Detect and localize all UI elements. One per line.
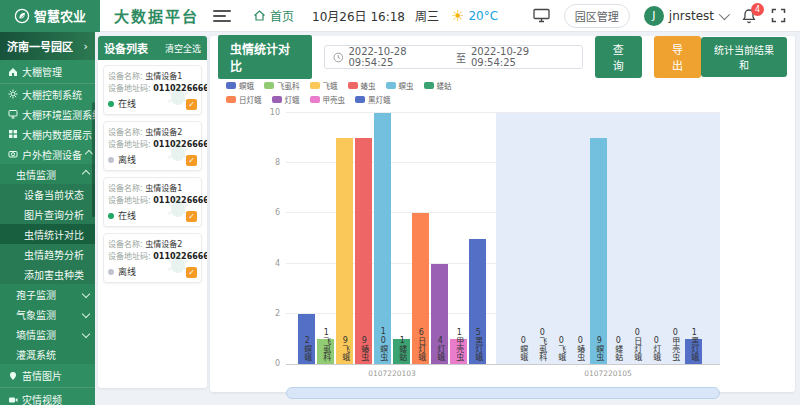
user-menu[interactable]: J jnrstest (644, 6, 727, 26)
park-name: 济南一号园区 (7, 38, 73, 54)
sidebar-item-7[interactable]: 图片查询分析 (0, 204, 95, 224)
bar-value-label: 0螟蛾 (518, 336, 526, 361)
sidebar-item-1[interactable]: 大棚控制系统 (0, 84, 95, 104)
legend-label: 灯蛾 (285, 94, 300, 105)
logo-text: 智慧农业 (34, 6, 86, 25)
legend-item[interactable]: 甲壳虫 (310, 94, 346, 105)
device-name-label: 设备名称: (108, 184, 143, 193)
chevron-down-icon (82, 330, 90, 338)
bar-黑灯蛾[interactable]: 5黑灯蛾 (469, 239, 486, 365)
legend-swatch (310, 96, 320, 103)
status-dot (108, 157, 114, 163)
bar-蝼蛄[interactable]: 1蝼蛄 (393, 339, 410, 364)
sidebar-item-4[interactable]: 户外检测设备 (0, 144, 95, 164)
pin-icon (8, 371, 18, 381)
date-range-input[interactable]: 2022-10-28 09:54:25 至 2022-10-29 09:54:2… (324, 45, 583, 69)
device-card-3[interactable]: 设备名称: 虫情设备2设备地址码: 0110226666离线✓ (103, 233, 202, 283)
sun-icon: ☀ (451, 7, 464, 25)
device-checkbox[interactable]: ✓ (186, 99, 197, 110)
notification-badge: 4 (751, 3, 764, 16)
bar-螟虫[interactable]: 10螟虫 (374, 113, 391, 364)
monitor-icon[interactable] (533, 8, 550, 23)
sidebar-item-label: 气象监测 (16, 307, 56, 322)
device-checkbox[interactable]: ✓ (186, 267, 197, 278)
legend-label: 螟蛾 (239, 80, 254, 91)
sidebar-item-2[interactable]: 大棚环境监测系统 (0, 104, 95, 124)
bar-value-label: 1蝼蛄 (397, 336, 405, 361)
sidebar-item-8[interactable]: 虫情统计对比 (0, 224, 95, 244)
chevron-down-icon (719, 8, 730, 19)
sidebar-item-11[interactable]: 孢子监测 (0, 284, 95, 304)
bar-蝽虫[interactable]: 9蝽虫 (355, 138, 372, 364)
sidebar-item-16[interactable]: 灾情视频 (0, 388, 95, 405)
sidebar-item-label: 虫情监测 (16, 167, 56, 182)
sidebar-item-label: 大棚内数据展示 (22, 127, 92, 142)
legend-item[interactable]: 螟蛾 (226, 80, 254, 91)
app-logo[interactable]: 智慧农业 (0, 0, 100, 32)
device-name-value: 虫情设备2 (145, 240, 182, 249)
home-nav[interactable]: 首页 (253, 7, 294, 24)
legend-item[interactable]: 飞蛾 (310, 80, 338, 91)
fullscreen-button[interactable] (771, 8, 786, 23)
legend-label: 甲壳虫 (323, 94, 346, 105)
legend-label: 黑灯蛾 (368, 94, 391, 105)
legend-item[interactable]: 螟虫 (386, 80, 414, 91)
hamburger-icon[interactable] (213, 10, 231, 22)
legend-item[interactable]: 日灯蛾 (226, 94, 262, 105)
bar-value-label: 2螟蛾 (302, 336, 310, 361)
export-button[interactable]: 导出 (654, 36, 701, 78)
bar-value-label: 4灯蛾 (435, 336, 443, 361)
legend-swatch (226, 82, 236, 89)
bar-飞虱科[interactable]: 1飞虱科 (317, 339, 334, 364)
bar-螟虫[interactable]: 9螟虫 (590, 138, 607, 364)
query-button[interactable]: 查询 (595, 36, 642, 78)
legend-swatch (264, 82, 274, 89)
status-text: 离线 (118, 153, 136, 166)
sidebar-item-13[interactable]: 墒情监测 (0, 324, 95, 344)
device-addr-label: 设备地址码: (108, 84, 151, 93)
sum-current-result-button[interactable]: 统计当前结果和 (701, 37, 787, 77)
device-checkbox[interactable]: ✓ (186, 155, 197, 166)
bar-value-label: 9蝽虫 (359, 336, 367, 361)
bar-灯蛾[interactable]: 4灯蛾 (431, 264, 448, 364)
chevron-right-icon: › (84, 40, 88, 53)
legend-label: 飞虱科 (277, 80, 300, 91)
y-axis-tick-label: 10 (254, 108, 280, 117)
clock-icon (333, 52, 344, 63)
bar-飞蛾[interactable]: 9飞蛾 (336, 138, 353, 364)
sidebar-item-label: 灾情视频 (22, 392, 62, 405)
device-card-1[interactable]: 设备名称: 虫情设备2设备地址码: 0110226666离线✓ (103, 121, 202, 171)
bar-甲壳虫[interactable]: 1甲壳虫 (450, 339, 467, 364)
sidebar-item-10[interactable]: 添加害虫种类 (0, 264, 95, 284)
sidebar-item-15[interactable]: 苗情图片 (0, 364, 95, 388)
notifications-button[interactable]: 4 (741, 8, 757, 24)
park-selector[interactable]: 济南一号园区 › (0, 32, 95, 60)
bar-螟蛾[interactable]: 2螟蛾 (298, 314, 315, 364)
bar-value-label: 1甲壳虫 (454, 328, 462, 361)
legend-item[interactable]: 飞虱科 (264, 80, 300, 91)
legend-item[interactable]: 蝽虫 (348, 80, 376, 91)
sidebar-item-3[interactable]: 大棚内数据展示 (0, 124, 95, 144)
legend-swatch (272, 96, 282, 103)
sidebar-item-14[interactable]: 灌溉系统 (0, 344, 95, 364)
sidebar-item-0[interactable]: 大棚管理 (0, 60, 95, 84)
legend-item[interactable]: 黑灯蛾 (355, 94, 391, 105)
sidebar-scrollbar[interactable] (92, 102, 95, 217)
clear-all-button[interactable]: 清空全选 (165, 42, 201, 55)
bar-value-label: 0飞虱科 (537, 328, 545, 361)
bar-日灯蛾[interactable]: 6日灯蛾 (412, 213, 429, 364)
bar-黑灯蛾[interactable]: 1黑灯蛾 (685, 339, 702, 364)
device-checkbox[interactable]: ✓ (186, 211, 197, 222)
sidebar-item-12[interactable]: 气象监测 (0, 304, 95, 324)
sidebar-item-5[interactable]: 虫情监测 (0, 164, 95, 184)
sidebar-item-label: 添加害虫种类 (24, 267, 84, 282)
legend-item[interactable]: 蝼蛄 (424, 80, 452, 91)
legend-item[interactable]: 灯蛾 (272, 94, 300, 105)
device-card-0[interactable]: 设备名称: 虫情设备1设备地址码: 0110226666在线✓ (103, 65, 202, 115)
sidebar-item-9[interactable]: 虫情趋势分析 (0, 244, 95, 264)
sidebar-item-6[interactable]: 设备当前状态 (0, 184, 95, 204)
park-manage-button[interactable]: 园区管理 (564, 4, 630, 28)
status-dot (108, 213, 114, 219)
data-zoom-slider[interactable] (286, 387, 720, 399)
device-card-2[interactable]: 设备名称: 虫情设备1设备地址码: 0110226666在线✓ (103, 177, 202, 227)
